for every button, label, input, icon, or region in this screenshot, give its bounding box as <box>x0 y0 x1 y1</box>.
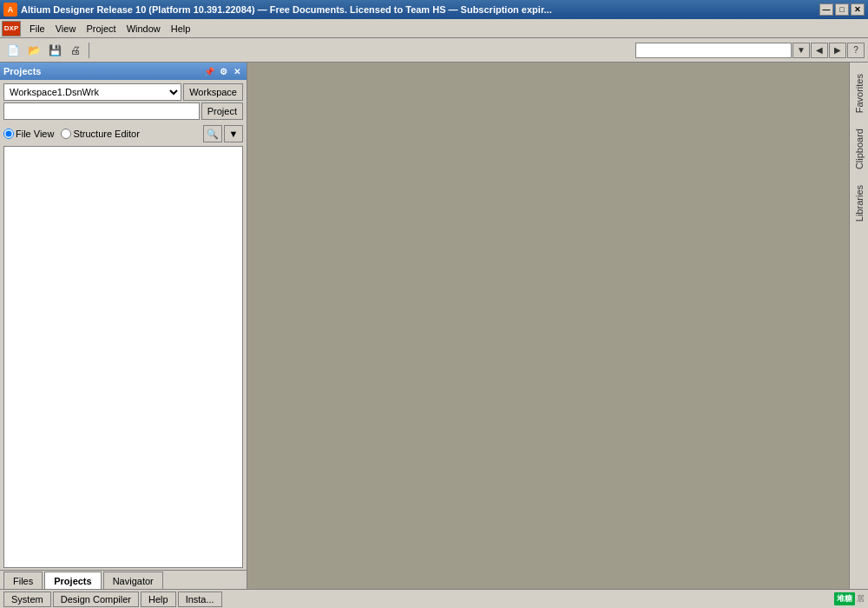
print-button[interactable]: 🖨 <box>66 41 85 60</box>
save-button[interactable]: 💾 <box>45 41 64 60</box>
dxp-menu-icon[interactable]: DXP <box>2 21 21 36</box>
project-input[interactable] <box>3 102 200 120</box>
app-icon: A <box>3 3 17 17</box>
status-insta-btn[interactable]: Insta... <box>178 591 222 607</box>
maximize-button[interactable]: □ <box>835 3 849 16</box>
logo-text: 居 <box>857 593 865 605</box>
filter-icon-btn[interactable]: 🔍 <box>203 125 222 142</box>
new-button[interactable]: 📄 <box>3 41 23 60</box>
projects-panel: Projects 📌 ⚙ ✕ Workspace1.DsnWrk Workspa… <box>0 63 247 589</box>
tab-files[interactable]: Files <box>3 572 43 589</box>
menu-bar: DXP File View Project Window Help <box>0 19 868 38</box>
search-area: ▼ ◀ ▶ ? <box>635 43 865 58</box>
forward-btn[interactable]: ▶ <box>829 43 846 58</box>
menu-file[interactable]: File <box>24 20 50 37</box>
view-options: File View Structure Editor 🔍 ▼ <box>0 123 247 144</box>
open-button[interactable]: 📂 <box>24 41 43 60</box>
status-help-btn[interactable]: Help <box>141 591 176 607</box>
file-view-label: File View <box>16 129 54 139</box>
tab-projects[interactable]: Projects <box>44 572 101 589</box>
projects-controls: Workspace1.DsnWrk Workspace Project <box>0 80 247 123</box>
status-bar: System Design Compiler Help Insta... 堆糖 … <box>0 589 868 608</box>
tab-navigator[interactable]: Navigator <box>103 572 163 589</box>
menu-project[interactable]: Project <box>81 20 121 37</box>
project-row: Project <box>3 102 243 120</box>
status-system-btn[interactable]: System <box>3 591 51 607</box>
file-view-radio[interactable] <box>3 129 14 139</box>
center-workspace <box>247 63 849 589</box>
panel-options-button[interactable]: ⚙ <box>217 65 229 77</box>
search-dropdown-btn[interactable]: ▼ <box>792 43 810 58</box>
close-button[interactable]: ✕ <box>851 3 865 16</box>
file-view-option[interactable]: File View <box>3 129 54 139</box>
toolbar-separator <box>89 43 89 58</box>
structure-editor-radio[interactable] <box>61 129 71 139</box>
status-logo: 堆糖 居 <box>834 592 865 605</box>
view-icons: 🔍 ▼ <box>203 125 243 142</box>
toolbar: 📄 📂 💾 🖨 ▼ ◀ ▶ ? <box>0 38 868 63</box>
workspace-row: Workspace1.DsnWrk Workspace <box>3 83 243 101</box>
projects-content-area[interactable] <box>3 146 243 568</box>
right-tab-favorites[interactable]: Favorites <box>850 66 869 121</box>
right-tab-libraries[interactable]: Libraries <box>850 177 869 229</box>
menu-help[interactable]: Help <box>166 20 196 37</box>
projects-panel-title: Projects <box>3 66 201 76</box>
options-icon-btn[interactable]: ▼ <box>224 125 243 142</box>
right-tab-clipboard[interactable]: Clipboard <box>850 121 869 177</box>
back-btn[interactable]: ◀ <box>811 43 828 58</box>
structure-editor-option[interactable]: Structure Editor <box>61 129 139 139</box>
panel-pin-button[interactable]: 📌 <box>203 65 215 77</box>
menu-view[interactable]: View <box>50 20 82 37</box>
window-title: Altium Designer Release 10 (Platform 10.… <box>21 4 818 15</box>
panel-close-button[interactable]: ✕ <box>231 65 243 77</box>
workspace-button[interactable]: Workspace <box>183 83 243 101</box>
search-input[interactable] <box>635 43 792 58</box>
minimize-button[interactable]: — <box>819 3 833 16</box>
status-design-compiler-btn[interactable]: Design Compiler <box>53 591 139 607</box>
title-bar: A Altium Designer Release 10 (Platform 1… <box>0 0 868 19</box>
main-layout: Projects 📌 ⚙ ✕ Workspace1.DsnWrk Workspa… <box>0 63 868 589</box>
logo-box: 堆糖 <box>834 592 855 605</box>
help-nav-btn[interactable]: ? <box>847 43 865 58</box>
structure-editor-label: Structure Editor <box>73 129 139 139</box>
workspace-select[interactable]: Workspace1.DsnWrk <box>3 83 181 101</box>
project-button[interactable]: Project <box>201 102 243 120</box>
projects-panel-header: Projects 📌 ⚙ ✕ <box>0 63 247 80</box>
right-sidebar: Favorites Clipboard Libraries <box>849 63 868 589</box>
bottom-tabs: Files Projects Navigator <box>0 570 247 589</box>
menu-window[interactable]: Window <box>122 20 166 37</box>
